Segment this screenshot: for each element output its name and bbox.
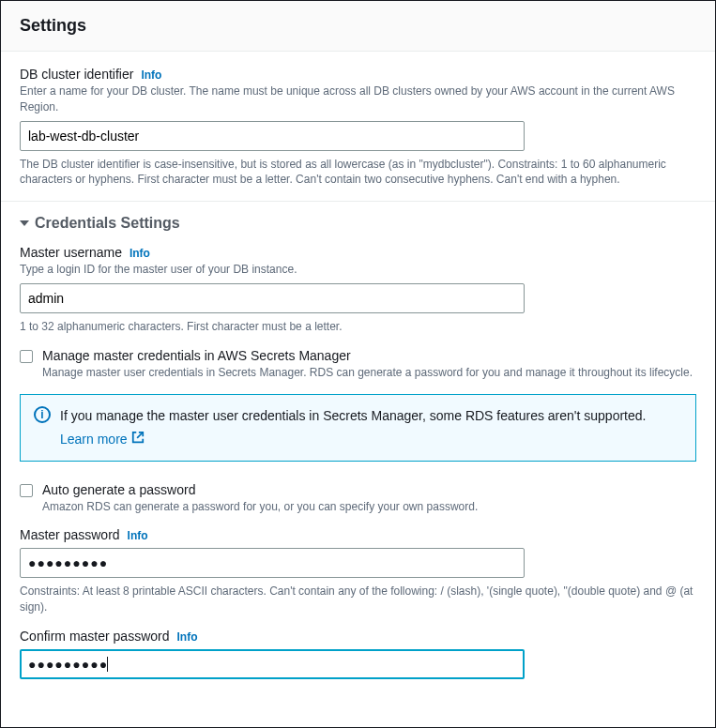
master-password-label: Master password [20,527,120,542]
info-icon: i [34,406,51,423]
db-cluster-identifier-group: DB cluster identifier Info Enter a name … [20,67,696,188]
confirm-master-password-value: ●●●●●●●●● [28,657,108,672]
master-username-info-link[interactable]: Info [129,247,150,260]
confirm-master-password-group: Confirm master password Info ●●●●●●●●● [20,629,696,679]
db-cluster-identifier-input[interactable] [20,121,525,151]
external-link-icon [131,430,145,449]
master-password-constraints: Constraints: At least 8 printable ASCII … [20,584,696,615]
secrets-manager-checkbox[interactable] [20,350,33,363]
auto-generate-password-checkbox[interactable] [20,484,33,497]
page-title: Settings [20,16,696,36]
settings-panel-body: DB cluster identifier Info Enter a name … [1,52,715,711]
secrets-manager-desc: Manage master user credentials in Secret… [42,365,693,381]
auto-generate-password-label: Auto generate a password [42,482,478,497]
credentials-settings-title: Credentials Settings [35,215,180,232]
section-divider [1,201,715,202]
secrets-manager-label: Manage master credentials in AWS Secrets… [42,348,693,363]
master-username-label: Master username [20,245,122,260]
credentials-settings-header[interactable]: Credentials Settings [20,215,696,232]
banner-message: If you manage the master user credential… [60,406,646,426]
db-cluster-identifier-desc: Enter a name for your DB cluster. The na… [20,83,696,115]
confirm-master-password-label: Confirm master password [20,629,170,644]
master-username-group: Master username Info Type a login ID for… [20,245,696,335]
secrets-manager-info-banner: i If you manage the master user credenti… [20,394,696,462]
master-password-group: Master password Info ●●●●●●●●● Constrain… [20,527,696,615]
auto-generate-password-desc: Amazon RDS can generate a password for y… [42,499,478,515]
caret-down-icon [20,220,29,226]
db-cluster-identifier-label: DB cluster identifier [20,67,133,82]
db-cluster-identifier-constraints: The DB cluster identifier is case-insens… [20,157,696,189]
text-cursor [107,657,108,672]
learn-more-link[interactable]: Learn more [60,430,145,449]
confirm-master-password-input[interactable]: ●●●●●●●●● [20,649,525,679]
master-username-input[interactable] [20,283,525,313]
secrets-manager-checkbox-row: Manage master credentials in AWS Secrets… [20,348,696,381]
confirm-master-password-info-link[interactable]: Info [177,630,198,644]
master-password-value: ●●●●●●●●● [28,555,108,570]
auto-generate-password-row: Auto generate a password Amazon RDS can … [20,482,696,515]
master-password-info-link[interactable]: Info [128,529,148,542]
master-username-constraints: 1 to 32 alphanumeric characters. First c… [20,319,696,335]
learn-more-label: Learn more [60,430,128,449]
settings-panel-header: Settings [1,1,715,52]
master-username-desc: Type a login ID for the master user of y… [20,262,696,278]
master-password-input[interactable]: ●●●●●●●●● [20,548,525,578]
db-cluster-info-link[interactable]: Info [141,68,161,82]
